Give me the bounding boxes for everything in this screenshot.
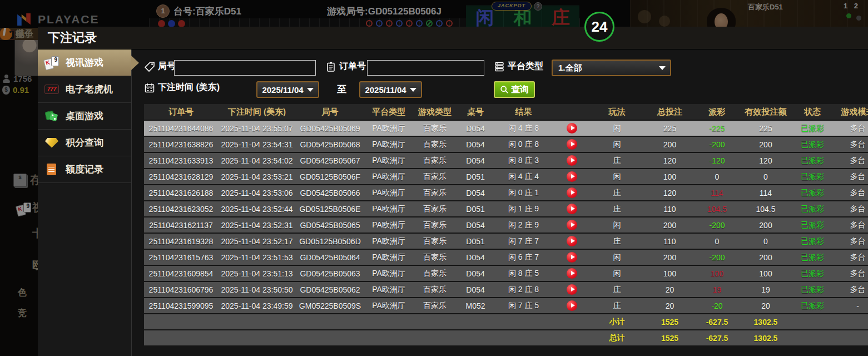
cell-status: 已派彩 [793,123,831,134]
table-row[interactable]: 251104231623052 2025-11-04 23:52:44 GD05… [144,201,868,216]
round-number-input[interactable] [174,60,316,76]
menu-item-icon [44,162,60,177]
header-round: 局号 [296,107,364,117]
cell-total-bet: 200 [643,140,696,149]
cell-table-no: D051 [457,172,494,181]
cell-status: 已派彩 [793,140,831,150]
order-number-input[interactable] [367,60,484,76]
cell-payout: 100 [696,269,738,278]
cell-total-bet: 225 [643,124,696,133]
play-icon[interactable] [567,252,577,263]
cell-game-type: 百家乐 [413,188,457,198]
table-row[interactable]: 251104231621137 2025-11-04 23:52:31 GD05… [144,217,868,233]
table-row[interactable]: 251104231599095 2025-11-04 23:49:59 GM05… [144,298,868,313]
cell-table-no: D054 [457,189,494,197]
subtotal-valid: 1302.5 [738,318,793,327]
cell-bet-time: 2025-11-04 23:52:17 [218,237,296,246]
header-time: 下注时间 (美东) [218,107,296,117]
table-row[interactable]: 251104231626188 2025-11-04 23:53:06 GD05… [144,185,868,200]
table-row[interactable]: 251104231638826 2025-11-04 23:54:31 GD05… [144,137,868,152]
play-icon[interactable] [567,139,577,150]
date-from-select[interactable]: 2025/11/04 [256,81,319,98]
table-row[interactable]: 251104231606796 2025-11-04 23:50:50 GD05… [144,282,868,297]
cell-order-id: 251104231599095 [144,301,218,310]
cell-platform: PA欧洲厅 [364,156,413,166]
play-icon[interactable] [567,171,577,182]
cell-method: 庄 [591,301,643,311]
table-row[interactable]: 251104231615763 2025-11-04 23:51:53 GD05… [144,250,868,265]
table-row[interactable]: 251104231609854 2025-11-04 23:51:13 GD05… [144,266,868,281]
cell-game-type: 百家乐 [413,301,457,311]
cell-table-no: M052 [457,301,494,310]
cell-table-no: D054 [457,140,494,149]
cell-bet-time: 2025-11-04 23:49:59 [218,301,296,310]
cell-game-type: 百家乐 [413,253,457,263]
date-to-select[interactable]: 2025/11/04 [359,81,422,98]
table-row[interactable]: 251104231619328 2025-11-04 23:52:17 GD05… [144,234,868,249]
table-header-row: 订单号 下注时间 (美东) 局号 平台类型 游戏类型 桌号 结果 玩法 总投注 … [144,104,868,120]
cell-total-bet: 20 [643,301,696,310]
modal-menu-item[interactable]: 视讯游戏 [38,50,131,76]
cell-total-bet: 100 [643,269,696,278]
cell-table-no: D054 [457,285,494,294]
cell-valid-bet: 0 [738,172,793,181]
cell-payout: -200 [696,253,738,262]
menu-item-label: 视讯游戏 [66,56,103,69]
cell-payout: -225 [696,124,738,133]
cell-valid-bet: 0 [738,237,793,246]
play-icon[interactable] [567,123,577,134]
cell-table-no: D054 [457,221,494,230]
table-row[interactable]: 251104231644086 2025-11-04 23:55:07 GD05… [144,121,868,136]
cell-method: 闲 [591,140,643,150]
cell-valid-bet: 225 [738,124,793,133]
cell-valid-bet: 120 [738,156,793,165]
cell-game-mode: 多台 [831,204,868,214]
cell-game-type: 百家乐 [413,140,457,150]
header-game-mode: 游戏模式 [831,107,868,117]
play-icon[interactable] [567,155,577,166]
cell-total-bet: 110 [643,205,696,214]
play-icon[interactable] [567,236,577,246]
menu-item-label: 桌面游戏 [66,110,103,122]
play-icon[interactable] [567,187,577,198]
cell-method: 庄 [591,188,643,198]
cell-game-type: 百家乐 [413,236,457,246]
cell-method: 闲 [591,269,643,279]
cell-bet-time: 2025-11-04 23:50:50 [218,285,296,294]
cell-game-type: 百家乐 [413,123,457,134]
menu-item-icon [44,109,60,123]
cell-method: 庄 [591,156,643,166]
cell-round-id: GD05425B05066 [296,189,364,197]
cell-method: 庄 [591,204,643,214]
cell-bet-time: 2025-11-04 23:54:31 [218,140,296,149]
modal-menu-item[interactable]: 电子老虎机 [38,76,131,103]
play-icon[interactable] [567,268,577,279]
cell-result: 闲 0 庄 8 [494,140,553,150]
cell-game-mode: 多台 [831,123,868,134]
order-filter-label: 订单号 [325,61,366,72]
header-game-type: 游戏类型 [413,107,457,117]
cell-platform: PA欧洲厅 [364,301,413,311]
modal-menu-item[interactable]: 桌面游戏 [38,103,131,130]
platform-icon [494,61,505,72]
search-icon [500,85,509,94]
platform-type-select[interactable]: 1.全部 [552,60,671,76]
cell-order-id: 251104231626188 [144,189,218,197]
play-icon[interactable] [567,204,577,214]
play-icon[interactable] [567,220,577,230]
cell-order-id: 251104231615763 [144,253,218,262]
cell-method: 庄 [591,285,643,295]
play-icon[interactable] [567,284,577,295]
cell-game-type: 百家乐 [413,220,457,230]
grand-total-row: 总计 1525 -627.5 1302.5 [144,330,868,345]
cell-bet-time: 2025-11-04 23:51:13 [218,269,296,278]
cell-bet-time: 2025-11-04 23:52:31 [218,221,296,230]
modal-menu-item[interactable]: 额度记录 [38,156,131,183]
table-row[interactable]: 251104231628129 2025-11-04 23:53:21 GD05… [144,169,868,184]
search-button[interactable]: 查询 [494,81,535,98]
cell-order-id: 251104231623052 [144,205,218,214]
table-row[interactable]: 251104231633913 2025-11-04 23:54:02 GD05… [144,153,868,168]
modal-menu-item[interactable]: 积分查询 [38,130,131,156]
play-icon[interactable] [567,300,577,311]
cell-order-id: 251104231638826 [144,140,218,149]
